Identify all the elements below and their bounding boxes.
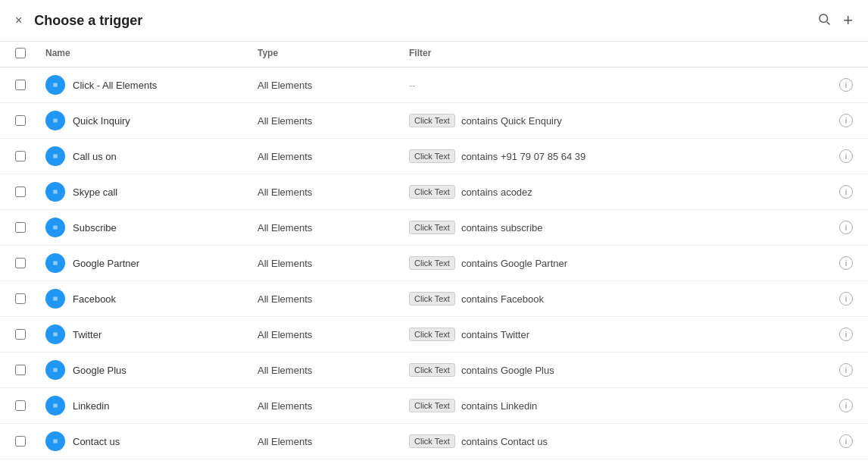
row-name-cell: Call us on — [45, 139, 258, 174]
row-info-cell: i — [823, 185, 853, 199]
row-type-cell: All Elements — [258, 400, 409, 412]
filter-text: contains Facebook — [461, 293, 544, 305]
svg-rect-41 — [53, 406, 58, 407]
filter-text: contains Google Plus — [461, 365, 554, 376]
trigger-icon — [45, 360, 65, 380]
row-info-cell: i — [823, 78, 853, 92]
info-button[interactable]: i — [839, 114, 853, 127]
row-checkbox-cell — [15, 186, 45, 197]
info-button[interactable]: i — [839, 185, 853, 199]
row-name-cell: Quick Inquiry — [45, 103, 258, 138]
row-name-cell: Facebook — [45, 281, 258, 316]
row-checkbox[interactable] — [15, 151, 26, 161]
row-name-cell: Skype call — [45, 174, 258, 209]
row-info-cell: i — [823, 399, 853, 412]
row-checkbox[interactable] — [15, 258, 26, 268]
info-button[interactable]: i — [839, 149, 853, 163]
dialog-title: Choose a trigger — [34, 13, 817, 29]
filter-badge: Click Text — [409, 114, 455, 127]
row-checkbox[interactable] — [15, 222, 26, 233]
row-type-cell: All Elements — [258, 365, 409, 376]
filter-text: contains Linkedin — [461, 400, 537, 412]
trigger-icon — [45, 146, 65, 166]
filter-text: contains acodez — [461, 186, 532, 198]
filter-cell: -- — [409, 80, 823, 91]
row-checkbox[interactable] — [15, 293, 26, 304]
filter-cell: Click Text contains acodez — [409, 185, 823, 199]
info-button[interactable]: i — [839, 328, 853, 341]
table-row[interactable]: Linkedin All Elements Click Text contain… — [0, 388, 868, 424]
row-info-cell: i — [823, 221, 853, 234]
row-checkbox[interactable] — [15, 436, 26, 447]
row-type-cell: All Elements — [258, 80, 409, 91]
table-row[interactable]: Subscribe All Elements Click Text contai… — [0, 210, 868, 246]
svg-rect-24 — [53, 263, 58, 264]
filter-badge: Click Text — [409, 399, 455, 412]
table-row[interactable]: Click - All Elements All Elements -- i — [0, 67, 868, 103]
table-row[interactable]: Contact us All Elements Click Text conta… — [0, 424, 868, 459]
row-name: Call us on — [73, 151, 117, 162]
info-button[interactable]: i — [839, 434, 853, 448]
filter-cell: Click Text contains Quick Enquiry — [409, 114, 823, 127]
info-button[interactable]: i — [839, 256, 853, 270]
header-info — [823, 48, 853, 61]
svg-line-1 — [827, 21, 830, 24]
trigger-icon — [45, 289, 65, 309]
svg-rect-9 — [53, 121, 58, 122]
header-name: Name — [45, 48, 258, 61]
row-type-cell: All Elements — [258, 222, 409, 234]
filter-cell: Click Text contains Linkedin — [409, 399, 823, 412]
svg-rect-36 — [53, 370, 58, 371]
table-row[interactable]: Skype call All Elements Click Text conta… — [0, 174, 868, 210]
row-checkbox[interactable] — [15, 80, 26, 90]
row-name: Contact us — [73, 436, 120, 447]
row-checkbox[interactable] — [15, 115, 26, 126]
row-info-cell: i — [823, 149, 853, 163]
filter-badge: Click Text — [409, 256, 455, 270]
filter-text: contains subscribe — [461, 222, 543, 234]
info-button[interactable]: i — [839, 292, 853, 306]
row-checkbox[interactable] — [15, 329, 26, 340]
row-checkbox[interactable] — [15, 365, 26, 375]
row-info-cell: i — [823, 256, 853, 270]
table-row[interactable]: Twitter All Elements Click Text contains… — [0, 317, 868, 353]
info-button[interactable]: i — [839, 221, 853, 234]
table-row[interactable]: Quick Inquiry All Elements Click Text co… — [0, 103, 868, 139]
svg-rect-5 — [53, 86, 58, 86]
svg-rect-20 — [53, 227, 58, 228]
svg-rect-28 — [53, 299, 58, 299]
table-body: Click - All Elements All Elements -- i Q… — [0, 67, 868, 467]
info-button[interactable]: i — [839, 399, 853, 412]
filter-text: contains +91 79 07 85 64 39 — [461, 151, 585, 162]
close-button[interactable]: × — [15, 14, 22, 27]
row-checkbox[interactable] — [15, 186, 26, 197]
info-button[interactable]: i — [839, 78, 853, 92]
row-name: Subscribe — [73, 222, 117, 234]
svg-rect-3 — [53, 83, 58, 84]
row-checkbox[interactable] — [15, 400, 26, 411]
search-icon[interactable] — [817, 12, 831, 30]
trigger-icon — [45, 324, 65, 344]
svg-rect-32 — [53, 334, 58, 335]
row-info-cell: i — [823, 328, 853, 341]
table-row[interactable]: Google Plus All Elements Click Text cont… — [0, 353, 868, 388]
header-actions: + — [817, 11, 853, 30]
svg-rect-39 — [53, 404, 58, 405]
filter-text: contains Contact us — [461, 436, 548, 447]
filter-text: contains Twitter — [461, 329, 529, 340]
header-checkbox-cell — [15, 48, 45, 61]
add-icon[interactable]: + — [843, 11, 853, 30]
trigger-icon — [45, 111, 65, 130]
info-button[interactable]: i — [839, 363, 853, 377]
table-row[interactable]: Submit A Guest Post All Elements Click T… — [0, 459, 868, 467]
table-row[interactable]: Google Partner All Elements Click Text c… — [0, 246, 868, 281]
row-name: Click - All Elements — [73, 80, 157, 91]
select-all-checkbox[interactable] — [15, 48, 26, 58]
row-type-cell: All Elements — [258, 115, 409, 127]
table-row[interactable]: Facebook All Elements Click Text contain… — [0, 281, 868, 317]
svg-rect-8 — [53, 121, 58, 121]
row-checkbox-cell — [15, 365, 45, 375]
svg-rect-37 — [53, 371, 58, 371]
table-row[interactable]: Call us on All Elements Click Text conta… — [0, 139, 868, 174]
filter-cell: Click Text contains Google Plus — [409, 363, 823, 377]
